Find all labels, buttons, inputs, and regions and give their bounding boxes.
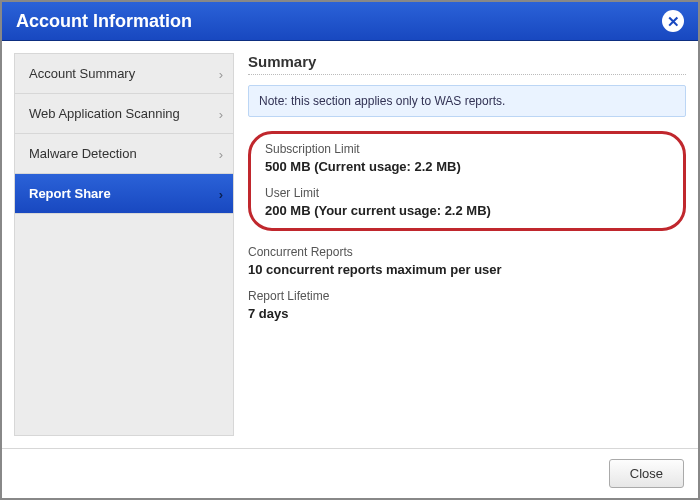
concurrent-reports-field: Concurrent Reports 10 concurrent reports…: [248, 245, 686, 277]
sidebar-item-web-application-scanning[interactable]: Web Application Scanning ›: [15, 94, 233, 134]
sidebar-item-label: Account Summary: [29, 66, 135, 81]
dialog-footer: Close: [2, 448, 698, 498]
close-icon[interactable]: ✕: [662, 10, 684, 32]
dialog-title: Account Information: [16, 11, 192, 32]
account-information-dialog: Account Information ✕ Account Summary › …: [2, 2, 698, 498]
sidebar-item-account-summary[interactable]: Account Summary ›: [15, 54, 233, 94]
field-value: 10 concurrent reports maximum per user: [248, 262, 686, 277]
field-label: Subscription Limit: [265, 142, 669, 156]
limits-highlight: Subscription Limit 500 MB (Current usage…: [248, 131, 686, 231]
user-limit-field: User Limit 200 MB (Your current usage: 2…: [265, 186, 669, 218]
field-value: 7 days: [248, 306, 686, 321]
chevron-right-icon: ›: [219, 146, 223, 161]
chevron-right-icon: ›: [219, 106, 223, 121]
close-button[interactable]: Close: [609, 459, 684, 488]
field-label: Report Lifetime: [248, 289, 686, 303]
content-panel: Summary Note: this section applies only …: [248, 53, 686, 436]
sidebar-item-report-share[interactable]: Report Share ›: [15, 174, 233, 214]
chevron-right-icon: ›: [219, 186, 223, 201]
sidebar-item-label: Report Share: [29, 186, 111, 201]
sidebar: Account Summary › Web Application Scanni…: [14, 53, 234, 436]
note-box: Note: this section applies only to WAS r…: [248, 85, 686, 117]
chevron-right-icon: ›: [219, 66, 223, 81]
field-value: 500 MB (Current usage: 2.2 MB): [265, 159, 669, 174]
sidebar-item-label: Web Application Scanning: [29, 106, 180, 121]
field-label: Concurrent Reports: [248, 245, 686, 259]
report-lifetime-field: Report Lifetime 7 days: [248, 289, 686, 321]
field-value: 200 MB (Your current usage: 2.2 MB): [265, 203, 669, 218]
sidebar-item-malware-detection[interactable]: Malware Detection ›: [15, 134, 233, 174]
subscription-limit-field: Subscription Limit 500 MB (Current usage…: [265, 142, 669, 174]
section-heading: Summary: [248, 53, 686, 75]
field-label: User Limit: [265, 186, 669, 200]
dialog-body: Account Summary › Web Application Scanni…: [2, 41, 698, 448]
sidebar-item-label: Malware Detection: [29, 146, 137, 161]
titlebar: Account Information ✕: [2, 2, 698, 41]
